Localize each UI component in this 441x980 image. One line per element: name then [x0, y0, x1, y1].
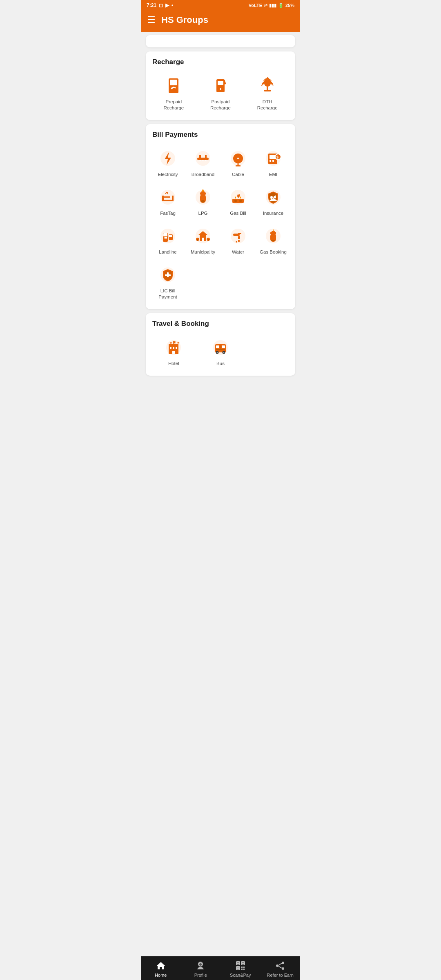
svg-rect-13: [197, 158, 209, 160]
status-bar: 7:21 ◻ ▶ • VoLTE ⇌ ▮▮▮ 🔋 25%: [141, 0, 300, 11]
electricity-label: Electricity: [158, 172, 178, 178]
bus-item[interactable]: Bus: [199, 334, 242, 369]
svg-rect-53: [164, 238, 165, 239]
svg-rect-63: [197, 239, 198, 241]
fastag-label: FasTag: [160, 210, 176, 216]
svg-point-96: [216, 352, 218, 353]
broadband-item[interactable]: Broadband: [187, 145, 218, 180]
recharge-grid: PrepaidRecharge PostpaidRecharge: [152, 73, 289, 114]
prepaid-label: PrepaidRecharge: [163, 99, 184, 111]
svg-point-17: [203, 160, 204, 161]
svg-rect-79: [165, 274, 171, 276]
svg-rect-99: [220, 345, 220, 350]
bill-payments-title: Bill Payments: [152, 131, 289, 139]
svg-rect-34: [164, 196, 170, 198]
gas-booking-icon: [263, 225, 284, 247]
fastag-icon: [157, 187, 178, 208]
svg-rect-50: [164, 237, 165, 238]
licbill-icon: [157, 264, 178, 285]
svg-rect-57: [169, 235, 172, 237]
svg-rect-5: [218, 81, 223, 85]
svg-rect-68: [238, 233, 241, 234]
svg-text:$: $: [276, 155, 278, 159]
status-time: 7:21 ◻ ▶ •: [147, 2, 173, 8]
postpaid-label: PostpaidRecharge: [210, 99, 231, 111]
app-title: HS Groups: [161, 15, 208, 25]
svg-rect-61: [202, 238, 204, 241]
svg-point-16: [200, 160, 201, 161]
electricity-item[interactable]: Electricity: [152, 145, 183, 180]
broadband-label: Broadband: [192, 172, 214, 178]
svg-point-22: [237, 158, 239, 159]
svg-point-43: [239, 200, 242, 202]
lpg-item[interactable]: LPG: [187, 184, 218, 219]
svg-rect-65: [208, 239, 209, 241]
cable-item[interactable]: Cable: [223, 145, 254, 180]
emi-item[interactable]: $ EMI: [258, 145, 289, 180]
water-label: Water: [232, 249, 244, 255]
svg-point-71: [236, 241, 237, 243]
svg-rect-14: [199, 155, 201, 158]
hotel-label: Hotel: [168, 361, 179, 367]
svg-rect-26: [270, 160, 271, 162]
prepaid-recharge-item[interactable]: PrepaidRecharge: [152, 73, 195, 114]
recharge-title: Recharge: [152, 58, 289, 66]
landline-icon: [157, 225, 178, 247]
municipality-icon: [192, 225, 214, 247]
partial-top-card: [146, 35, 295, 47]
svg-point-18: [205, 160, 207, 161]
svg-point-76: [271, 240, 275, 241]
dth-label: DTHRecharge: [257, 99, 278, 111]
landline-item[interactable]: Landline: [152, 223, 183, 258]
svg-rect-93: [222, 345, 225, 348]
broadband-icon: [192, 148, 214, 169]
postpaid-icon: [210, 75, 231, 96]
emi-icon: $: [263, 148, 284, 169]
svg-rect-49: [163, 233, 167, 236]
lpg-label: LPG: [198, 210, 207, 216]
svg-rect-32: [162, 196, 164, 201]
svg-point-70: [238, 240, 240, 242]
hotel-item[interactable]: ★ ★ ★ Hotel: [152, 334, 195, 369]
svg-point-7: [224, 82, 226, 85]
electricity-icon: [157, 148, 178, 169]
gasbill-item[interactable]: Gas Bill: [223, 184, 254, 219]
travel-booking-card: Travel & Booking ★ ★ ★: [146, 313, 295, 376]
municipality-label: Municipality: [191, 249, 215, 255]
svg-point-42: [234, 200, 237, 202]
postpaid-recharge-item[interactable]: PostpaidRecharge: [199, 73, 242, 114]
dth-recharge-item[interactable]: DTHRecharge: [246, 73, 289, 114]
prepaid-icon: [163, 75, 184, 96]
dth-icon: [257, 75, 278, 96]
svg-rect-55: [166, 238, 167, 239]
gas-booking-item[interactable]: Gas Booking: [258, 223, 289, 258]
recharge-card: Recharge PrepaidRecharge: [146, 51, 295, 120]
svg-rect-33: [172, 196, 174, 201]
svg-rect-27: [272, 160, 274, 162]
fastag-item[interactable]: FasTag: [152, 184, 183, 219]
svg-rect-86: [176, 347, 177, 349]
gasbill-label: Gas Bill: [230, 210, 246, 216]
menu-button[interactable]: ☰: [147, 15, 156, 25]
landline-label: Landline: [159, 249, 176, 255]
svg-rect-69: [238, 236, 240, 239]
water-item[interactable]: Water: [223, 223, 254, 258]
svg-rect-84: [170, 347, 172, 349]
svg-rect-10: [264, 90, 271, 91]
travel-grid: ★ ★ ★ Hotel: [152, 334, 289, 369]
svg-rect-31: [162, 200, 174, 201]
svg-rect-54: [165, 238, 166, 239]
svg-rect-15: [205, 155, 207, 158]
insurance-item[interactable]: Insurance: [258, 184, 289, 219]
insurance-label: Insurance: [263, 210, 284, 216]
svg-rect-88: [173, 341, 174, 344]
bus-icon: [210, 337, 231, 358]
svg-rect-87: [172, 351, 175, 354]
svg-rect-85: [173, 347, 174, 349]
municipality-item[interactable]: Municipality: [187, 223, 218, 258]
licbill-item[interactable]: LIC BillPayment: [152, 262, 183, 303]
svg-rect-92: [216, 345, 219, 348]
svg-rect-51: [165, 237, 166, 238]
status-right: VoLTE ⇌ ▮▮▮ 🔋 25%: [249, 3, 294, 8]
svg-rect-41: [232, 199, 244, 203]
